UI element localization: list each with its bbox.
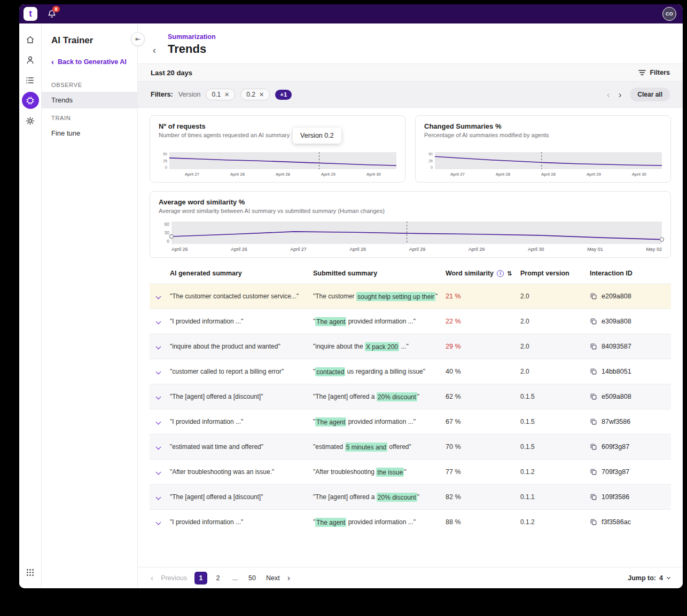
jump-to-label: Jump to: (628, 574, 656, 582)
sidebar-item-fine-tune[interactable]: Fine tune (42, 125, 137, 141)
copy-icon[interactable] (590, 318, 597, 325)
filter-icon (638, 69, 646, 76)
submitted-summary-cell: "inquire about the X pack 200 ..." (313, 343, 446, 350)
copy-icon[interactable] (590, 368, 597, 375)
apps-grid-icon[interactable] (22, 564, 39, 581)
copy-icon[interactable] (590, 493, 597, 501)
copy-icon[interactable] (590, 443, 597, 451)
chip-close-icon[interactable]: ✕ (224, 91, 229, 98)
col-ai-generated-summary[interactable]: AI generated summary (170, 270, 313, 277)
breadcrumb[interactable]: Summarization (168, 33, 670, 41)
ai-summary-cell: "I provided information ..." (170, 518, 313, 526)
interaction-id-cell: 84093587 (590, 343, 671, 350)
requests-line-chart[interactable] (169, 152, 396, 169)
topbar: t 8 CO (19, 4, 683, 23)
row-expand-chevron-icon[interactable] (156, 394, 161, 400)
prompt-version-cell: 0.1.5 (520, 418, 590, 425)
table-header: AI generated summary Submitted summary W… (150, 265, 671, 283)
back-to-generative-ai-link[interactable]: ‹ Back to Generative AI (42, 54, 137, 75)
previous-button[interactable]: Previous (161, 574, 187, 582)
sidebar-title: AI Trainer (42, 30, 137, 54)
x-tick-label: April 28 (541, 172, 556, 177)
submitted-summary-cell: "The agent provided information ..." (313, 518, 446, 526)
x-tick-label: April 27 (185, 172, 199, 177)
row-expand-chevron-icon[interactable] (156, 420, 161, 425)
filter-field-label: Version (178, 91, 201, 98)
tasks-icon[interactable] (22, 72, 39, 89)
ai-summary-cell: "inquire about the product and wanted" (170, 343, 313, 350)
row-expand-chevron-icon[interactable] (156, 369, 161, 375)
word-similarity-line-chart[interactable] (171, 222, 662, 244)
row-expand-chevron-icon[interactable] (156, 294, 161, 299)
app-logo[interactable]: t (24, 7, 37, 21)
page-button-50[interactable]: 50 (246, 572, 259, 585)
collapse-sidebar-button[interactable]: ⇤ (131, 32, 145, 46)
row-expand-chevron-icon[interactable] (156, 520, 161, 525)
home-icon[interactable] (22, 31, 39, 48)
filter-chip-0-2[interactable]: 0.2 ✕ (240, 89, 270, 100)
chip-label: 0.2 (246, 91, 255, 98)
x-tick-label: April 28 (496, 172, 510, 177)
filters-next-chevron-icon[interactable]: › (619, 90, 622, 99)
row-expand-chevron-icon[interactable] (156, 319, 161, 325)
settings-gear-icon[interactable] (22, 112, 39, 129)
chip-close-icon[interactable]: ✕ (259, 91, 264, 98)
clear-all-button[interactable]: Clear all (630, 88, 670, 101)
x-tick-label: April 28 (276, 172, 290, 177)
coaching-icon[interactable] (22, 51, 39, 68)
page-button-...[interactable]: ... (229, 572, 241, 585)
x-tick-label: April 30 (366, 172, 381, 177)
col-word-similarity[interactable]: Word similarity i ⇅ (446, 270, 520, 277)
page-numbers: 12...50 (194, 572, 259, 585)
table-row: "I provided information ..." "The agent … (150, 509, 671, 534)
y-tick-label: 0 (424, 165, 433, 169)
section-train-label: TRAIN (42, 108, 137, 125)
copy-icon[interactable] (590, 393, 597, 400)
row-expand-chevron-icon[interactable] (156, 445, 161, 450)
filter-chip-0-1[interactable]: 0.1 ✕ (206, 89, 235, 100)
filters-button[interactable]: Filters (638, 69, 670, 76)
x-tick-label: April 30 (528, 247, 544, 252)
user-avatar[interactable]: CO (662, 7, 676, 21)
sort-icon[interactable]: ⇅ (507, 270, 512, 277)
interaction-id-cell: 109f3586 (590, 493, 671, 501)
changed-summaries-line-chart[interactable] (435, 152, 662, 169)
y-tick-label: 25 (424, 159, 433, 163)
interaction-id-cell: e209a808 (590, 293, 671, 300)
chart-tooltip: Version 0.2 (293, 128, 341, 144)
col-interaction-id[interactable]: Interaction ID (590, 270, 671, 277)
page-button-2[interactable]: 2 (212, 572, 224, 585)
col-submitted-summary[interactable]: Submitted summary (313, 270, 446, 277)
word-similarity-cell: 82 % (446, 493, 461, 501)
copy-icon[interactable] (590, 418, 597, 425)
filters-prev-chevron-icon[interactable]: ‹ (607, 90, 610, 99)
copy-icon[interactable] (590, 468, 597, 476)
ai-summary-cell: "estimated wait time and offered" (170, 443, 313, 451)
y-tick-label: 0 (159, 239, 169, 244)
chart-subtitle: Average word similarity between AI summa… (159, 208, 662, 214)
more-filters-badge[interactable]: +1 (275, 90, 292, 100)
col-prompt-version[interactable]: Prompt version (520, 270, 590, 277)
back-button[interactable]: ‹ (153, 45, 156, 56)
chart-title: Nº of requests (159, 122, 396, 130)
jump-to-select[interactable]: Jump to: 4 (628, 574, 670, 582)
diff-highlight: The agent (315, 317, 346, 326)
prev-page-arrow-icon[interactable]: ‹ (151, 574, 153, 582)
info-icon[interactable]: i (497, 270, 504, 277)
row-expand-chevron-icon[interactable] (156, 495, 161, 500)
row-expand-chevron-icon[interactable] (156, 344, 161, 350)
page-button-1[interactable]: 1 (194, 572, 207, 585)
x-axis: April 27April 28April 28April 29April 30 (424, 172, 662, 177)
copy-icon[interactable] (590, 343, 597, 350)
ai-summary-cell: "After troubleshooting was an issue." (170, 468, 313, 476)
notifications-bell-icon[interactable]: 8 (47, 9, 57, 19)
copy-icon[interactable] (590, 293, 597, 300)
ai-trainer-icon[interactable] (22, 92, 39, 109)
next-button[interactable]: Next (266, 574, 280, 582)
next-page-arrow-icon[interactable]: › (287, 574, 290, 582)
ai-summary-cell: "I provided information ..." (170, 318, 313, 325)
sidebar-item-trends[interactable]: Trends (42, 92, 137, 108)
row-expand-chevron-icon[interactable] (156, 470, 161, 475)
copy-icon[interactable] (590, 518, 597, 526)
ai-summary-cell: "The [agent] offered a [discount]" (170, 493, 313, 501)
